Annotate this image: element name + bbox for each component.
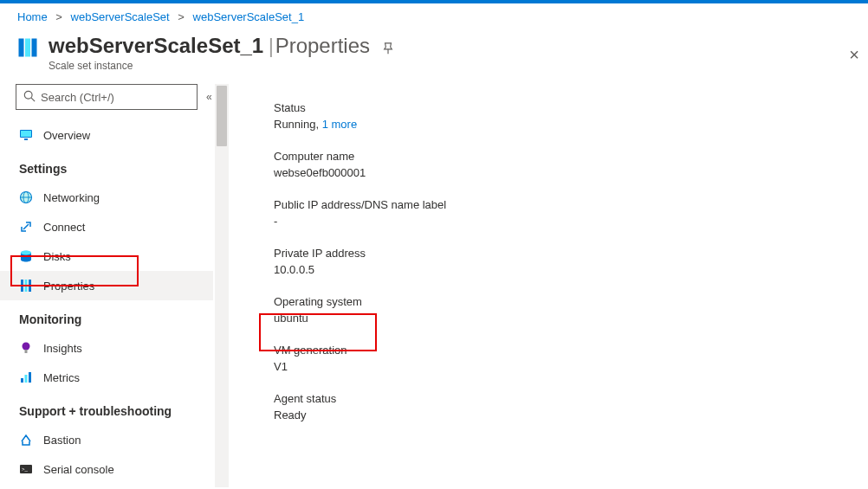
- svg-rect-14: [21, 280, 23, 292]
- svg-rect-19: [21, 378, 23, 383]
- sidebar-item-serial-console[interactable]: >_ Serial console: [0, 454, 213, 484]
- status-more-link[interactable]: 1 more: [322, 118, 357, 131]
- breadcrumb: Home > webServerScaleSet > webServerScal…: [0, 3, 868, 30]
- prop-label-os: Operating system: [274, 295, 859, 308]
- svg-rect-7: [24, 138, 28, 140]
- sidebar-scrollbar[interactable]: [215, 84, 229, 487]
- properties-icon: [19, 279, 33, 293]
- svg-point-3: [24, 91, 32, 99]
- chevron-right-icon: >: [55, 10, 62, 23]
- pin-icon[interactable]: [382, 42, 394, 57]
- prop-label-agent-status: Agent status: [274, 392, 859, 405]
- svg-line-4: [31, 98, 35, 101]
- svg-rect-18: [25, 350, 28, 353]
- search-input[interactable]: [41, 91, 190, 104]
- monitor-icon: [19, 128, 33, 142]
- properties-panel: Status Running, 1 more Computer name web…: [213, 84, 868, 487]
- svg-point-17: [23, 343, 30, 351]
- sidebar: « Overview Settings Networking Connect: [0, 84, 213, 487]
- prop-value-private-ip: 10.0.0.5: [274, 263, 859, 276]
- breadcrumb-current[interactable]: webServerScaleSet_1: [193, 10, 305, 23]
- collapse-sidebar-icon[interactable]: «: [206, 91, 212, 103]
- prop-value-os: ubuntu: [274, 312, 859, 325]
- sidebar-item-networking[interactable]: Networking: [0, 183, 213, 212]
- close-icon[interactable]: ×: [849, 45, 859, 65]
- prop-value-vmgen: V1: [274, 360, 859, 373]
- prop-value-agent-status: Ready: [274, 409, 859, 421]
- svg-rect-2: [32, 39, 37, 57]
- svg-rect-21: [29, 372, 31, 383]
- prop-label-public-ip: Public IP address/DNS name label: [274, 198, 859, 211]
- prop-value-status: Running, 1 more: [274, 118, 859, 131]
- sidebar-item-label: Connect: [43, 221, 85, 234]
- search-box[interactable]: [16, 84, 198, 110]
- sidebar-item-insights[interactable]: Insights: [0, 333, 213, 363]
- sidebar-section-support: Support + troubleshooting: [16, 404, 213, 418]
- breadcrumb-parent[interactable]: webServerScaleSet: [71, 10, 170, 23]
- chevron-right-icon: >: [178, 10, 185, 23]
- svg-point-13: [21, 251, 31, 255]
- sidebar-item-bastion[interactable]: Bastion: [0, 425, 213, 454]
- page-header: webServerScaleSet_1 | Properties Scale s…: [0, 30, 868, 84]
- sidebar-item-label: Properties: [43, 280, 94, 293]
- sidebar-item-disks[interactable]: Disks: [0, 241, 213, 271]
- prop-label-status: Status: [274, 101, 859, 114]
- breadcrumb-home[interactable]: Home: [17, 10, 48, 23]
- sidebar-item-metrics[interactable]: Metrics: [0, 363, 213, 392]
- sidebar-item-label: Overview: [43, 129, 90, 142]
- prop-value-computer-name: webse0efb000001: [274, 166, 859, 179]
- bastion-icon: [19, 433, 33, 447]
- sidebar-item-properties[interactable]: Properties: [0, 271, 213, 300]
- sidebar-item-label: Disks: [43, 250, 71, 263]
- prop-label-private-ip: Private IP address: [274, 247, 859, 260]
- sidebar-item-label: Metrics: [43, 371, 80, 384]
- sidebar-item-label: Bastion: [43, 434, 81, 447]
- globe-icon: [19, 190, 33, 204]
- sidebar-item-label: Insights: [43, 342, 82, 355]
- page-subtitle: Scale set instance: [49, 60, 394, 72]
- svg-rect-6: [21, 131, 31, 137]
- sidebar-item-boot-diagnostics[interactable]: Boot diagnostics: [0, 484, 213, 487]
- prop-label-computer-name: Computer name: [274, 150, 859, 163]
- svg-rect-20: [25, 375, 28, 383]
- scrollbar-thumb[interactable]: [217, 86, 227, 146]
- svg-rect-16: [29, 280, 31, 292]
- insights-icon: [19, 341, 33, 355]
- search-icon: [23, 90, 36, 105]
- connect-icon: [19, 220, 33, 234]
- svg-point-11: [21, 192, 32, 203]
- sidebar-section-monitoring: Monitoring: [16, 312, 213, 326]
- svg-text:>_: >_: [22, 466, 29, 472]
- prop-label-vmgen: VM generation: [274, 344, 859, 357]
- sidebar-item-connect[interactable]: Connect: [0, 212, 213, 241]
- sidebar-item-label: Serial console: [43, 463, 114, 476]
- svg-rect-15: [25, 280, 28, 292]
- metrics-icon: [19, 370, 33, 384]
- prop-value-public-ip: -: [274, 215, 859, 228]
- page-title: webServerScaleSet_1 | Properties: [49, 34, 370, 58]
- serial-console-icon: >_: [19, 462, 33, 476]
- disks-icon: [19, 249, 33, 263]
- sidebar-item-overview[interactable]: Overview: [0, 120, 213, 150]
- sidebar-section-settings: Settings: [16, 162, 213, 176]
- svg-rect-0: [19, 39, 24, 57]
- scale-set-instance-icon: [17, 37, 38, 61]
- svg-rect-1: [25, 39, 30, 57]
- sidebar-item-label: Networking: [43, 191, 100, 204]
